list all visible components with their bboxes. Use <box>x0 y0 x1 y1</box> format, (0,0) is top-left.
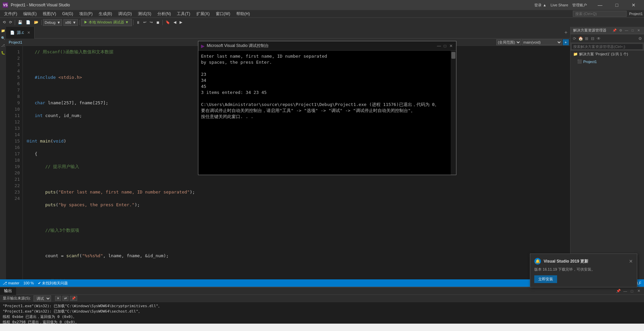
editor-tab-row: 📄 源.c ✕ + <box>6 27 570 39</box>
search-input[interactable] <box>573 11 627 17</box>
tab-file-icon: 📄 <box>10 31 15 35</box>
menu-edit[interactable]: 编辑(E) <box>20 10 39 17</box>
solution-root-item[interactable]: 📁 解决方案 'Project1' (1/共 1 个) <box>571 50 644 58</box>
git-gutter-icon[interactable]: ⎇ <box>1 43 5 48</box>
menu-build[interactable]: 生成(B) <box>96 10 115 17</box>
stop-button[interactable]: ⏹ <box>155 19 161 26</box>
start-debug-icon[interactable]: ⏸ <box>135 19 141 26</box>
console-line-3: 23 <box>201 71 448 77</box>
console-maximize-btn[interactable]: □ <box>443 44 447 48</box>
toast-title: 🔔 Visual Studio 2019 更新 <box>534 258 588 265</box>
minimize-output-btn[interactable]: — <box>623 288 628 294</box>
breadcrumb-project[interactable]: Project1 <box>9 40 22 44</box>
clear-output-btn[interactable]: ✕ <box>55 296 61 301</box>
maximize-button[interactable]: □ <box>609 0 625 10</box>
menu-tools[interactable]: 工具(T) <box>174 10 193 17</box>
bookmark-button[interactable]: 🔖 <box>164 19 171 26</box>
menu-extensions[interactable]: 扩展(X) <box>194 10 212 17</box>
save-button[interactable]: 💾 <box>16 19 24 26</box>
scrollbar-thumb[interactable] <box>451 52 455 59</box>
live-share-label[interactable]: Live Share <box>550 3 568 7</box>
encoding: LF <box>637 281 641 285</box>
maximize-panel[interactable]: □ <box>630 28 635 33</box>
close-button[interactable]: ✕ <box>626 0 641 10</box>
status-left: ⎇ master 100 % ✔ 未找到相关问题 <box>3 281 68 286</box>
close-panel[interactable]: ✕ <box>636 28 641 33</box>
expand-all-icon[interactable]: ⊟ <box>590 36 595 41</box>
minimize-panel[interactable]: — <box>624 28 629 33</box>
member-select[interactable]: main(void) <box>522 39 562 45</box>
home-icon[interactable]: 🏠 <box>578 36 583 41</box>
sync-icon[interactable]: ⟳ <box>572 36 577 41</box>
solution-explorer-header: 解决方案资源管理器 📌 ⚙ — □ ✕ <box>571 27 644 34</box>
platform-dropdown[interactable]: x86 ▼ <box>63 19 78 26</box>
login-label[interactable]: 登录 ▲ <box>534 3 546 8</box>
step-over-button[interactable]: ↩ <box>142 19 148 26</box>
console-line-1: Enter last name, first name, ID number s… <box>201 53 448 59</box>
console-content[interactable]: Enter last name, first name, ID number s… <box>198 51 451 175</box>
maximize-output-btn[interactable]: □ <box>629 288 635 294</box>
tab-close-btn[interactable]: ✕ <box>27 31 30 35</box>
debug-gutter-icon[interactable]: 🐛 <box>1 50 5 55</box>
menu-debug[interactable]: 调试(D) <box>115 10 135 17</box>
settings-tool[interactable]: ⚙ <box>618 28 623 33</box>
pin-tool[interactable]: 📌 <box>612 28 617 33</box>
git-branch[interactable]: ⎇ master <box>3 281 19 285</box>
pin-output-btn[interactable]: 📌 <box>616 288 621 294</box>
pin-output2-btn[interactable]: 📌 <box>70 296 77 301</box>
toolbar-sep-4 <box>133 20 134 25</box>
vs-logo: VS <box>3 2 8 8</box>
explorer-icon[interactable]: 📁 <box>1 28 5 33</box>
solution-search-input[interactable] <box>572 44 643 49</box>
minimize-button[interactable]: — <box>592 0 608 10</box>
project-label: Project1 <box>583 60 597 64</box>
console-title-text: Microsoft Visual Studio 调试控制台 <box>207 43 269 49</box>
view-icon[interactable]: 👁 <box>596 36 601 41</box>
new-file-button[interactable]: 📄 <box>24 19 32 26</box>
console-minimize-btn[interactable]: — <box>437 44 441 48</box>
menu-analyze[interactable]: 分析(N) <box>155 10 174 17</box>
project-icon: ⬛ <box>577 59 582 64</box>
open-button[interactable]: 📂 <box>33 19 40 26</box>
scope-select[interactable]: (全局范围) <box>496 39 521 45</box>
output-tab[interactable]: 输出 <box>0 287 16 295</box>
search-gutter-icon[interactable]: 🔍 <box>1 36 5 40</box>
console-line-7: C:\Users\Administrator\source\repos\Proj… <box>201 102 448 108</box>
menu-project[interactable]: 项目(P) <box>77 10 95 17</box>
console-scrollbar[interactable] <box>451 51 456 175</box>
output-line-3: 线程 0xbbe 已退出，返回值为 0 (0x0)。 <box>3 314 641 320</box>
menu-window[interactable]: 窗口(W) <box>213 10 233 17</box>
toast-close-btn[interactable]: ✕ <box>629 259 633 264</box>
menu-file[interactable]: 文件(F) <box>1 10 20 17</box>
add-section-button[interactable]: + <box>563 39 569 45</box>
console-close-btn[interactable]: ✕ <box>449 44 453 48</box>
bookmark-next-button[interactable]: ▶ <box>178 19 184 26</box>
install-update-button[interactable]: 立即安装 <box>534 275 557 283</box>
editor-tab-source[interactable]: 📄 源.c ✕ <box>6 27 35 39</box>
toolbar: ⟲ ⟳ 💾 📄 📂 Debug ▼ x86 ▼ ▶ 本地 Windows 调试器… <box>0 17 644 27</box>
redo-button[interactable]: ⟳ <box>8 19 13 26</box>
no-issues: ✔ 未找到相关问题 <box>38 281 68 286</box>
menu-help[interactable]: 帮助(H) <box>234 10 253 17</box>
output-content[interactable]: "Project1.exe"(Win32): 已加载"C:\Windows\Sy… <box>0 302 644 324</box>
output-source-select[interactable]: 调试 <box>34 295 51 301</box>
close-output-btn[interactable]: ✕ <box>636 288 641 294</box>
word-wrap-btn[interactable]: ⇌ <box>62 296 68 301</box>
filter-icon[interactable]: ⊞ <box>584 36 589 41</box>
run-button[interactable]: ▶ 本地 Windows 调试器 ▼ <box>81 19 132 26</box>
console-title-left: ▶ Microsoft Visual Studio 调试控制台 <box>201 43 269 49</box>
manage-label[interactable]: 管理账户 <box>572 3 587 8</box>
settings-gear-icon[interactable]: ⚙ <box>637 36 643 41</box>
menu-view[interactable]: 视图(V) <box>40 10 59 17</box>
solution-search-bar <box>571 43 644 50</box>
menu-git[interactable]: Git(G) <box>59 10 76 17</box>
add-tab-button[interactable]: + <box>564 30 567 36</box>
step-into-button[interactable]: ↪ <box>148 19 154 26</box>
menu-test[interactable]: 测试(S) <box>135 10 154 17</box>
undo-button[interactable]: ⟲ <box>1 19 7 26</box>
zoom-level[interactable]: 100 % <box>23 281 34 285</box>
bookmark-prev-button[interactable]: ◀ <box>172 19 178 26</box>
project-item[interactable]: ⬛ Project1 <box>571 58 644 65</box>
console-line-8: 要在调试停止时自动关闭控制台，请启用"工具" -> "选项" -> "调试" -… <box>201 108 448 114</box>
build-config-dropdown[interactable]: Debug ▼ <box>43 19 62 26</box>
